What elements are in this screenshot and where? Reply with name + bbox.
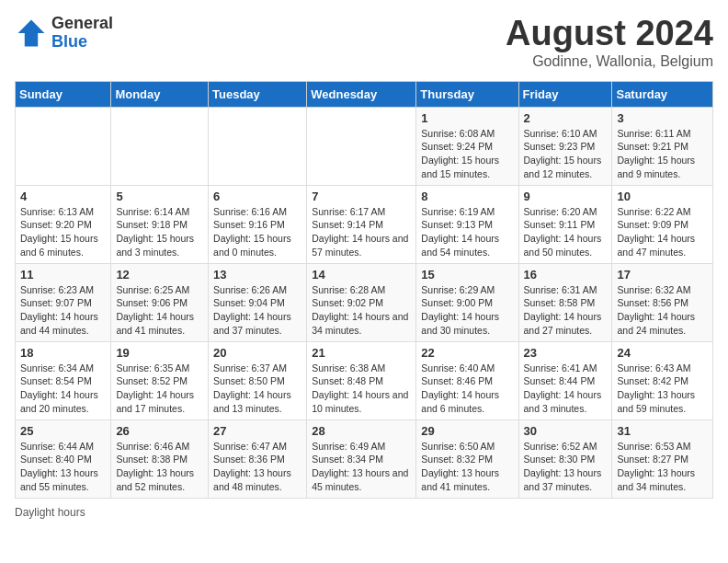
day-cell: 19Sunrise: 6:35 AM Sunset: 8:52 PM Dayli…: [111, 341, 209, 419]
day-number: 22: [421, 346, 513, 360]
day-cell: 24Sunrise: 6:43 AM Sunset: 8:42 PM Dayli…: [612, 341, 713, 419]
day-number: 1: [421, 111, 513, 125]
day-info: Sunrise: 6:52 AM Sunset: 8:30 PM Dayligh…: [524, 440, 608, 494]
footer-note: Daylight hours: [15, 506, 713, 519]
week-row-1: 4Sunrise: 6:13 AM Sunset: 9:20 PM Daylig…: [16, 185, 713, 263]
day-number: 30: [524, 424, 608, 438]
day-info: Sunrise: 6:44 AM Sunset: 8:40 PM Dayligh…: [20, 440, 106, 494]
day-number: 23: [524, 346, 608, 360]
day-cell: 26Sunrise: 6:46 AM Sunset: 8:38 PM Dayli…: [111, 419, 209, 498]
day-cell: 7Sunrise: 6:17 AM Sunset: 9:14 PM Daylig…: [307, 185, 416, 263]
day-cell: 16Sunrise: 6:31 AM Sunset: 8:58 PM Dayli…: [518, 263, 612, 341]
header-row: SundayMondayTuesdayWednesdayThursdayFrid…: [16, 81, 713, 107]
day-info: Sunrise: 6:32 AM Sunset: 8:56 PM Dayligh…: [617, 283, 708, 338]
header: General Blue August 2024 Godinne, Wallon…: [15, 15, 713, 70]
col-header-thursday: Thursday: [416, 81, 518, 107]
day-cell: 1Sunrise: 6:08 AM Sunset: 9:24 PM Daylig…: [416, 107, 518, 185]
day-info: Sunrise: 6:13 AM Sunset: 9:20 PM Dayligh…: [20, 205, 106, 259]
day-number: 4: [20, 190, 106, 203]
day-cell: 23Sunrise: 6:41 AM Sunset: 8:44 PM Dayli…: [518, 341, 612, 419]
day-cell: 10Sunrise: 6:22 AM Sunset: 9:09 PM Dayli…: [612, 185, 713, 263]
week-row-4: 25Sunrise: 6:44 AM Sunset: 8:40 PM Dayli…: [16, 419, 713, 498]
week-row-0: 1Sunrise: 6:08 AM Sunset: 9:24 PM Daylig…: [16, 107, 713, 185]
day-number: 18: [20, 346, 106, 360]
day-info: Sunrise: 6:40 AM Sunset: 8:46 PM Dayligh…: [421, 362, 513, 416]
col-header-wednesday: Wednesday: [307, 81, 416, 107]
day-number: 6: [213, 190, 301, 203]
day-cell: 8Sunrise: 6:19 AM Sunset: 9:13 PM Daylig…: [416, 185, 518, 263]
day-info: Sunrise: 6:35 AM Sunset: 8:52 PM Dayligh…: [116, 362, 203, 416]
day-number: 21: [312, 346, 411, 360]
day-number: 19: [116, 346, 203, 360]
day-cell: 13Sunrise: 6:26 AM Sunset: 9:04 PM Dayli…: [209, 263, 307, 341]
day-cell: 11Sunrise: 6:23 AM Sunset: 9:07 PM Dayli…: [16, 263, 111, 341]
day-cell: 31Sunrise: 6:53 AM Sunset: 8:27 PM Dayli…: [612, 419, 713, 498]
day-cell: [111, 107, 209, 185]
logo-text: General Blue: [51, 15, 113, 52]
day-cell: 29Sunrise: 6:50 AM Sunset: 8:32 PM Dayli…: [416, 419, 518, 498]
day-cell: 20Sunrise: 6:37 AM Sunset: 8:50 PM Dayli…: [209, 341, 307, 419]
day-cell: 30Sunrise: 6:52 AM Sunset: 8:30 PM Dayli…: [518, 419, 612, 498]
day-info: Sunrise: 6:31 AM Sunset: 8:58 PM Dayligh…: [524, 283, 608, 338]
day-info: Sunrise: 6:11 AM Sunset: 9:21 PM Dayligh…: [617, 127, 708, 181]
day-info: Sunrise: 6:38 AM Sunset: 8:48 PM Dayligh…: [312, 362, 411, 416]
day-info: Sunrise: 6:10 AM Sunset: 9:23 PM Dayligh…: [524, 127, 608, 181]
day-cell: [307, 107, 416, 185]
week-row-2: 11Sunrise: 6:23 AM Sunset: 9:07 PM Dayli…: [16, 263, 713, 341]
logo-general-text: General: [51, 15, 113, 33]
day-cell: 18Sunrise: 6:34 AM Sunset: 8:54 PM Dayli…: [16, 341, 111, 419]
day-number: 24: [617, 346, 708, 360]
day-cell: 14Sunrise: 6:28 AM Sunset: 9:02 PM Dayli…: [307, 263, 416, 341]
day-cell: 4Sunrise: 6:13 AM Sunset: 9:20 PM Daylig…: [16, 185, 111, 263]
col-header-tuesday: Tuesday: [209, 81, 307, 107]
logo-blue-text: Blue: [51, 33, 113, 52]
day-number: 25: [20, 424, 106, 438]
day-cell: 2Sunrise: 6:10 AM Sunset: 9:23 PM Daylig…: [518, 107, 612, 185]
day-info: Sunrise: 6:43 AM Sunset: 8:42 PM Dayligh…: [617, 362, 708, 416]
day-info: Sunrise: 6:47 AM Sunset: 8:36 PM Dayligh…: [213, 440, 301, 494]
day-cell: [16, 107, 111, 185]
day-info: Sunrise: 6:23 AM Sunset: 9:07 PM Dayligh…: [20, 283, 106, 338]
day-number: 15: [421, 268, 513, 282]
day-info: Sunrise: 6:28 AM Sunset: 9:02 PM Dayligh…: [312, 283, 411, 338]
day-info: Sunrise: 6:17 AM Sunset: 9:14 PM Dayligh…: [312, 205, 411, 259]
calendar-table: SundayMondayTuesdayWednesdayThursdayFrid…: [15, 81, 713, 499]
day-number: 12: [116, 268, 203, 282]
day-cell: 28Sunrise: 6:49 AM Sunset: 8:34 PM Dayli…: [307, 419, 416, 498]
day-number: 20: [213, 346, 301, 360]
day-info: Sunrise: 6:34 AM Sunset: 8:54 PM Dayligh…: [20, 362, 106, 416]
day-info: Sunrise: 6:41 AM Sunset: 8:44 PM Dayligh…: [524, 362, 608, 416]
day-number: 28: [312, 424, 411, 438]
day-number: 13: [213, 268, 301, 282]
col-header-monday: Monday: [111, 81, 209, 107]
col-header-saturday: Saturday: [612, 81, 713, 107]
day-number: 10: [617, 190, 708, 203]
day-cell: 6Sunrise: 6:16 AM Sunset: 9:16 PM Daylig…: [209, 185, 307, 263]
day-info: Sunrise: 6:49 AM Sunset: 8:34 PM Dayligh…: [312, 440, 411, 494]
day-cell: 15Sunrise: 6:29 AM Sunset: 9:00 PM Dayli…: [416, 263, 518, 341]
day-info: Sunrise: 6:37 AM Sunset: 8:50 PM Dayligh…: [213, 362, 301, 416]
day-number: 9: [524, 190, 608, 203]
day-number: 5: [116, 190, 203, 203]
day-info: Sunrise: 6:29 AM Sunset: 9:00 PM Dayligh…: [421, 283, 513, 338]
day-number: 29: [421, 424, 513, 438]
day-cell: [209, 107, 307, 185]
logo: General Blue: [15, 15, 113, 52]
day-cell: 12Sunrise: 6:25 AM Sunset: 9:06 PM Dayli…: [111, 263, 209, 341]
day-number: 14: [312, 268, 411, 282]
day-number: 31: [617, 424, 708, 438]
day-info: Sunrise: 6:14 AM Sunset: 9:18 PM Dayligh…: [116, 205, 203, 259]
day-number: 27: [213, 424, 301, 438]
day-info: Sunrise: 6:20 AM Sunset: 9:11 PM Dayligh…: [524, 205, 608, 259]
day-number: 7: [312, 190, 411, 203]
day-info: Sunrise: 6:50 AM Sunset: 8:32 PM Dayligh…: [421, 440, 513, 494]
day-cell: 5Sunrise: 6:14 AM Sunset: 9:18 PM Daylig…: [111, 185, 209, 263]
day-cell: 3Sunrise: 6:11 AM Sunset: 9:21 PM Daylig…: [612, 107, 713, 185]
day-cell: 17Sunrise: 6:32 AM Sunset: 8:56 PM Dayli…: [612, 263, 713, 341]
day-cell: 27Sunrise: 6:47 AM Sunset: 8:36 PM Dayli…: [209, 419, 307, 498]
col-header-friday: Friday: [518, 81, 612, 107]
day-number: 26: [116, 424, 203, 438]
week-row-3: 18Sunrise: 6:34 AM Sunset: 8:54 PM Dayli…: [16, 341, 713, 419]
day-info: Sunrise: 6:16 AM Sunset: 9:16 PM Dayligh…: [213, 205, 301, 259]
day-info: Sunrise: 6:53 AM Sunset: 8:27 PM Dayligh…: [617, 440, 708, 494]
